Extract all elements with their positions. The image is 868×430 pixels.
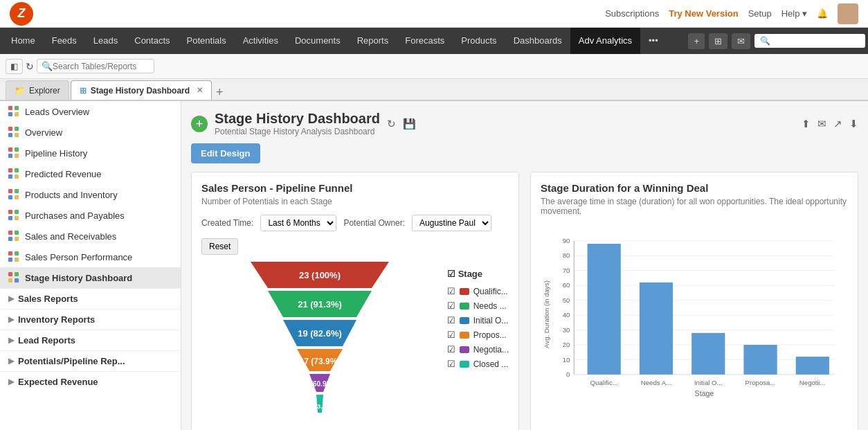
sidebar-item-stage-history-dashboard[interactable]: Stage History Dashboard (0, 267, 181, 288)
dashboard-save-btn[interactable]: 💾 (403, 118, 416, 130)
dashboard-refresh-btn[interactable]: ↻ (387, 118, 396, 130)
nav-adv-analytics[interactable]: Adv Analytics (570, 28, 640, 54)
sales-receivables-icon (8, 231, 19, 242)
potentials-pipeline-chevron: ▶ (8, 357, 14, 366)
sales-person-performance-label: Sales Person Performance (25, 252, 132, 262)
sidebar-item-sales-and-receivables[interactable]: Sales and Receivables (0, 226, 181, 247)
lead-reports-section[interactable]: ▶ Lead Reports (0, 330, 181, 350)
nav-activities[interactable]: Activities (235, 28, 287, 54)
reset-btn[interactable]: Reset (201, 238, 238, 255)
sidebar-item-leads-overview[interactable]: Leads Overview (0, 101, 181, 122)
legend-check-qualific[interactable]: ☑ (447, 286, 455, 296)
nav-leads[interactable]: Leads (85, 28, 126, 54)
products-inventory-icon (8, 189, 19, 200)
share-btn[interactable]: ↗ (833, 118, 842, 130)
setup-link[interactable]: Setup (748, 8, 772, 19)
expected-revenue-section[interactable]: ▶ Expected Revenue (0, 371, 181, 392)
legend-label-negotia: Negotia... (473, 345, 509, 355)
nav-add-btn[interactable]: + (688, 33, 705, 49)
nav-more[interactable]: ••• (640, 28, 667, 54)
owner-select[interactable]: Augustine Paul (412, 215, 491, 231)
created-time-select[interactable]: Last 6 Months Last Month Last Year (260, 215, 336, 231)
legend-check-initial[interactable]: ☑ (447, 315, 455, 325)
leads-overview-label: Leads Overview (25, 107, 89, 117)
subscriptions-link[interactable]: Subscriptions (605, 8, 659, 19)
legend-label-closed: Closed ... (473, 359, 509, 369)
nav-potentials[interactable]: Potentials (179, 28, 235, 54)
sidebar-item-sales-person-performance[interactable]: Sales Person Performance (0, 247, 181, 267)
legend-check-negotia[interactable]: ☑ (447, 344, 455, 355)
bar-needs (640, 283, 673, 375)
bar-chart-subtitle: The average time in stage (duration) for… (541, 197, 848, 216)
nav-bar-right: + ⊞ ✉ (688, 33, 865, 49)
panel-toggle-btn[interactable]: ◧ (6, 59, 23, 74)
stage-history-tab[interactable]: ⊞ Stage History Dashboard ✕ (71, 80, 212, 100)
funnel-subtitle: Number of Potentials in each Stage (201, 197, 509, 206)
search-tables-input[interactable] (53, 62, 150, 71)
svg-text:50: 50 (563, 296, 570, 304)
svg-text:Stage: Stage (695, 389, 714, 397)
svg-text:Proposa...: Proposa... (745, 379, 776, 386)
dashboard-header: + Stage History Dashboard Potential Stag… (191, 111, 858, 136)
try-new-version-link[interactable]: Try New Version (669, 8, 738, 19)
sidebar-item-purchases-and-payables[interactable]: Purchases and Payables (0, 205, 181, 226)
nav-documents[interactable]: Documents (287, 28, 349, 54)
add-widget-btn[interactable]: + (191, 116, 208, 132)
top-bar-left: Z (10, 2, 33, 26)
refresh-btn[interactable]: ↻ (26, 61, 34, 72)
nav-reports[interactable]: Reports (349, 28, 397, 54)
notification-bell-icon[interactable]: 🔔 (817, 8, 828, 19)
nav-products[interactable]: Products (453, 28, 505, 54)
nav-feeds[interactable]: Feeds (44, 28, 85, 54)
sidebar-item-predicted-revenue[interactable]: Predicted Revenue (0, 163, 181, 184)
help-link[interactable]: Help ▾ (781, 8, 807, 19)
stage-check: ☑ (447, 269, 455, 279)
explorer-tab-label: Explorer (29, 86, 60, 96)
sidebar-item-pipeline-history[interactable]: Pipeline History (0, 143, 181, 163)
nav-mail-btn[interactable]: ✉ (732, 33, 750, 49)
legend-check-closed[interactable]: ☑ (447, 359, 455, 369)
bar-negoti (796, 357, 829, 375)
explorer-tab-icon: 📁 (15, 86, 25, 96)
legend-check-propos[interactable]: ☑ (447, 330, 455, 340)
nav-contacts[interactable]: Contacts (126, 28, 178, 54)
funnel-svg-area: 23 (100%) 21 (91.3%) 19 (82.6%) 17 (73.9… (201, 262, 439, 430)
stage-history-tab-icon: ⊞ (80, 86, 87, 96)
legend-check-needs[interactable]: ☑ (447, 301, 455, 311)
sidebar-item-overview[interactable]: Overview (0, 122, 181, 143)
dashboard-subtitle: Potential Stage History Analysis Dashboa… (215, 127, 380, 136)
legend-item-qualific: ☑ Qualific... (447, 286, 509, 296)
explorer-tab[interactable]: 📁 Explorer (6, 80, 69, 100)
overview-icon (8, 127, 19, 138)
purchases-payables-icon (8, 210, 19, 221)
dashboard-title-block: Stage History Dashboard Potential Stage … (215, 111, 380, 136)
sales-reports-section[interactable]: ▶ Sales Reports (0, 288, 181, 309)
inventory-reports-section[interactable]: ▶ Inventory Reports (0, 309, 181, 330)
overview-label: Overview (25, 127, 62, 138)
top-bar: Z Subscriptions Try New Version Setup He… (0, 0, 868, 28)
export-btn[interactable]: ⬆ (802, 118, 811, 130)
sidebar: Leads Overview Overview Pipeline History (0, 101, 181, 430)
svg-text:60: 60 (563, 281, 570, 289)
sidebar-item-products-and-inventory[interactable]: Products and Inventory (0, 184, 181, 205)
nav-search-input[interactable] (754, 34, 865, 48)
nav-dashboards[interactable]: Dashboards (505, 28, 570, 54)
tab-close-icon[interactable]: ✕ (197, 86, 203, 95)
search-icon: 🔍 (42, 61, 53, 71)
nav-forecasts[interactable]: Forecasts (397, 28, 453, 54)
avatar[interactable] (838, 3, 858, 24)
tabs-row: 📁 Explorer ⊞ Stage History Dashboard ✕ + (0, 79, 868, 101)
svg-text:1 (43.5%): 1 (43.5%) (307, 403, 334, 410)
inventory-reports-chevron: ▶ (8, 315, 14, 324)
svg-text:Qualific...: Qualific... (590, 379, 618, 386)
edit-design-btn[interactable]: Edit Design (191, 143, 260, 163)
legend-color-initial (460, 317, 469, 324)
mail-btn[interactable]: ✉ (817, 118, 826, 130)
download-btn[interactable]: ⬇ (849, 118, 858, 130)
potentials-pipeline-section[interactable]: ▶ Potentials/Pipeline Rep... (0, 350, 181, 371)
nav-home[interactable]: Home (3, 28, 44, 54)
svg-text:0: 0 (566, 370, 570, 378)
tab-add-btn[interactable]: + (213, 85, 226, 100)
legend-color-negotia (460, 346, 469, 353)
nav-grid-btn[interactable]: ⊞ (709, 33, 727, 49)
